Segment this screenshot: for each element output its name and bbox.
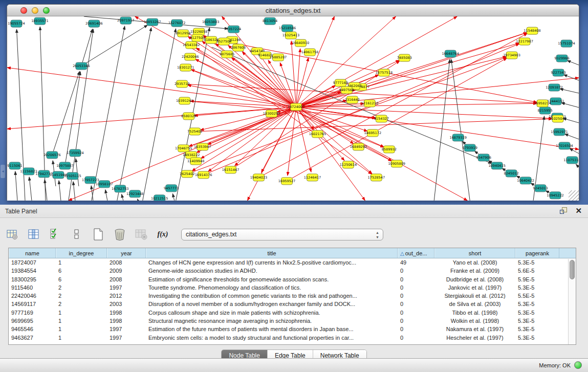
close-panel-icon[interactable]: ✕ bbox=[575, 207, 582, 215]
graph-node[interactable]: 9329966 bbox=[554, 55, 569, 62]
graph-node[interactable]: 9497568 bbox=[339, 86, 354, 94]
graph-node[interactable]: 9875685 bbox=[220, 51, 234, 58]
column-header-out_de[interactable]: △out_de... bbox=[398, 248, 434, 258]
column-header-short[interactable]: short bbox=[434, 248, 515, 258]
graph-node[interactable]: 2867608 bbox=[231, 44, 246, 51]
graph-node[interactable]: 16151467 bbox=[222, 166, 239, 173]
network-canvas[interactable]: 1905572418935571206914062097191710853287… bbox=[7, 16, 579, 201]
graph-node[interactable]: 16959527 bbox=[278, 178, 295, 185]
scrollbar-thumb[interactable] bbox=[570, 260, 575, 279]
graph-node[interactable]: 11548408 bbox=[524, 27, 540, 34]
graph-node[interactable]: 8813054 bbox=[263, 17, 277, 25]
graph-node[interactable]: 8215955 bbox=[537, 107, 552, 114]
hide-panel-handle[interactable]: ◂ bbox=[1, 165, 5, 178]
graph-node[interactable]: 19055724 bbox=[8, 20, 25, 27]
graph-node[interactable]: 9527504 bbox=[216, 38, 231, 45]
graph-node[interactable]: 12923448 bbox=[126, 190, 143, 198]
graph-node[interactable]: 15276072 bbox=[168, 19, 185, 27]
graph-node[interactable]: 14695172 bbox=[364, 129, 381, 137]
table-vertical-scrollbar[interactable] bbox=[568, 259, 576, 344]
graph-node[interactable]: 9457771 bbox=[164, 185, 179, 192]
graph-node[interactable]: 9127503 bbox=[190, 34, 205, 41]
table-row[interactable]: 911546021997Tourette syndrome. Phenomeno… bbox=[9, 283, 576, 292]
table-row[interactable]: 946554611997Estimation of the future num… bbox=[9, 325, 576, 333]
graph-node[interactable]: 8589932 bbox=[382, 146, 397, 153]
graph-node[interactable]: 7625402 bbox=[180, 170, 194, 178]
graph-node[interactable]: 8245012 bbox=[504, 170, 518, 177]
graph-node[interactable]: 9245013 bbox=[533, 185, 548, 192]
graph-node[interactable]: 10391243 bbox=[176, 97, 193, 104]
node-table[interactable]: namein_degreeyeartitle△out_de...shortpag… bbox=[8, 248, 576, 345]
graph-node[interactable]: 9154327 bbox=[374, 115, 389, 122]
graph-node[interactable]: 17359924 bbox=[67, 149, 83, 157]
table-selector-dropdown[interactable]: citations_edges.txt ▲▼ bbox=[181, 229, 383, 240]
graph-node[interactable]: 2316442 bbox=[345, 96, 360, 103]
memory-status-indicator[interactable] bbox=[574, 361, 582, 369]
graph-node[interactable]: 9227343 bbox=[551, 69, 565, 76]
graph-node[interactable]: 20691406 bbox=[85, 20, 102, 27]
float-panel-icon[interactable] bbox=[560, 207, 568, 215]
graph-node[interactable]: 10212515 bbox=[151, 195, 168, 201]
new-table-icon[interactable] bbox=[91, 227, 105, 242]
graph-node[interactable]: 16021765 bbox=[309, 130, 326, 138]
window-resize-grip[interactable] bbox=[569, 190, 579, 201]
graph-node[interactable]: 11075310 bbox=[563, 157, 579, 164]
graph-node[interactable]: 7357224 bbox=[226, 26, 241, 33]
graph-node[interactable]: 12093872 bbox=[546, 84, 562, 91]
graph-node[interactable]: 6793919 bbox=[463, 144, 477, 151]
graph-node[interactable]: 9777169 bbox=[333, 79, 348, 86]
graph-node[interactable]: 15218586 bbox=[279, 25, 296, 32]
graph-node[interactable]: 9115061 bbox=[7, 162, 22, 169]
graph-node[interactable]: 10945222 bbox=[547, 192, 563, 199]
table-row[interactable]: 2242004622012Investigating the contribut… bbox=[9, 292, 576, 300]
graph-node[interactable]: 16640910 bbox=[292, 39, 309, 47]
graph-node[interactable]: 17528547 bbox=[368, 174, 385, 181]
delete-entries-icon[interactable] bbox=[113, 227, 127, 242]
table-settings-icon[interactable] bbox=[5, 227, 19, 242]
graph-node[interactable]: 7485083 bbox=[397, 54, 412, 61]
column-visibility-icon[interactable] bbox=[27, 227, 41, 242]
network-view-window[interactable]: citations_edges.txt 19055724189355712069… bbox=[7, 4, 579, 201]
graph-node[interactable]: 16782753 bbox=[112, 185, 128, 192]
graph-node[interactable]: 10640422 bbox=[517, 177, 534, 184]
function-builder-icon[interactable]: f(x) bbox=[156, 227, 170, 242]
graph-node[interactable]: 10905809 bbox=[388, 160, 405, 167]
column-header-name[interactable]: name bbox=[9, 248, 56, 258]
graph-node[interactable]: 11156823 bbox=[20, 168, 37, 175]
graph-node[interactable]: 20206576 bbox=[43, 151, 60, 159]
table-row[interactable]: 969969511998Structural magnetic resonanc… bbox=[9, 317, 576, 325]
graph-node[interactable]: 14961758 bbox=[301, 49, 318, 56]
graph-node[interactable]: 10853287 bbox=[144, 18, 161, 26]
graph-node[interactable]: 15751074 bbox=[558, 40, 575, 47]
graph-node[interactable]: 19404023 bbox=[250, 174, 267, 181]
graph-node[interactable]: 11246417 bbox=[304, 174, 321, 181]
graph-node[interactable]: 15325413 bbox=[282, 32, 299, 39]
table-row[interactable]: 1872400712008Changes of HCN gene express… bbox=[9, 258, 576, 267]
table-row[interactable]: 1456911722003Disruption of a novel membe… bbox=[9, 300, 576, 308]
network-window-titlebar[interactable]: citations_edges.txt bbox=[7, 5, 579, 16]
graph-node[interactable]: 18935571 bbox=[31, 17, 48, 25]
column-header-title[interactable]: title bbox=[146, 248, 398, 258]
graph-node[interactable]: 19734903 bbox=[503, 52, 520, 59]
graph-node[interactable]: 22420046 bbox=[182, 53, 199, 60]
citation-network-graph[interactable]: 1905572418935571206914062097191710853287… bbox=[7, 16, 579, 201]
column-header-pagerank[interactable]: pagerank bbox=[515, 248, 559, 258]
graph-node[interactable]: 9347906 bbox=[476, 154, 491, 161]
graph-node[interactable]: 20971917 bbox=[117, 17, 134, 24]
graph-node[interactable]: 10975887 bbox=[56, 162, 73, 169]
column-header-in_degree[interactable]: in_degree bbox=[56, 248, 107, 258]
graph-node[interactable]: 16879319 bbox=[449, 134, 466, 141]
select-all-rows-icon[interactable] bbox=[48, 227, 62, 242]
table-row[interactable]: 946362711997Embryonic stem cells: a mode… bbox=[9, 334, 576, 342]
table-row[interactable]: 1938455462009Genome-wide association stu… bbox=[9, 267, 576, 275]
table-row[interactable]: 1830029562008Estimation of significance … bbox=[9, 275, 576, 283]
graph-node[interactable]: 8580329 bbox=[181, 113, 196, 120]
graph-node[interactable]: 2935710 bbox=[175, 80, 189, 87]
graph-node[interactable]: 8912954 bbox=[176, 30, 190, 37]
graph-node[interactable]: 15992971 bbox=[551, 128, 568, 136]
deselect-rows-icon[interactable] bbox=[70, 227, 84, 242]
graph-node[interactable]: 16053803 bbox=[202, 18, 219, 26]
graph-node[interactable]: 7525402 bbox=[187, 128, 202, 135]
graph-node[interactable]: 26053346 bbox=[73, 62, 90, 70]
column-header-year[interactable]: year bbox=[107, 248, 146, 258]
